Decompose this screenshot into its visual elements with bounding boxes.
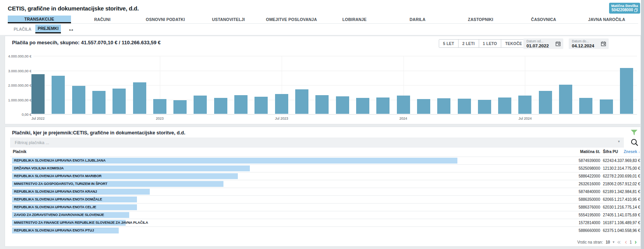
chart-bar-avg-2023[interactable] bbox=[295, 89, 308, 114]
chart-bar-okt-2023[interactable] bbox=[336, 96, 349, 114]
table-row[interactable]: REPUBLIKA SLOVENIJA UPRAVNA ENOTA LJUBLJ… bbox=[10, 157, 640, 164]
subtab-prejemki[interactable]: PREJEMKI bbox=[35, 24, 61, 33]
tab-javna-naro-ila[interactable]: JAVNA NAROČILA bbox=[575, 16, 639, 23]
table-row[interactable]: REPUBLIKA SLOVENIJA UPRAVNA ENOTA DOMŽAL… bbox=[10, 195, 640, 203]
chart-bar-maj-2023[interactable] bbox=[234, 95, 248, 114]
tab-transakcije[interactable]: TRANSAKCIJE bbox=[8, 16, 71, 23]
chart-bar-apr-2023[interactable] bbox=[214, 98, 227, 114]
rows-per-page-value[interactable]: 10 bbox=[606, 240, 610, 244]
chart-bar-avg-2022[interactable] bbox=[52, 76, 65, 114]
filter-funnel-icon[interactable] bbox=[630, 129, 638, 136]
range-button-2-leti[interactable]: 2 LETI bbox=[459, 40, 479, 47]
date-from-field[interactable]: Datum od... 01.07.2022 bbox=[523, 38, 563, 49]
tab-osnovni-podatki[interactable]: OSNOVNI PODATKI bbox=[134, 16, 197, 23]
payer-sifra-pu: 27405 bbox=[603, 211, 614, 219]
tab-asovnica[interactable]: ČASOVNICA bbox=[512, 16, 575, 23]
chart-bar-feb-2023[interactable] bbox=[173, 100, 187, 114]
payer-amount: 1.216.775,14 € bbox=[614, 204, 640, 211]
payer-amount: 2.314.775,00 € bbox=[614, 165, 640, 172]
y-tick-label: 3.000.000,00 € bbox=[6, 69, 31, 73]
search-icon[interactable] bbox=[630, 138, 639, 146]
next-page-icon[interactable]: › bbox=[635, 239, 637, 245]
table-row[interactable]: REPUBLIKA SLOVENIJA UPRAVNA ENOTA PTUJ58… bbox=[10, 226, 640, 234]
page-title: CETIS, grafične in dokumentacijske stori… bbox=[8, 5, 139, 12]
payer-sifra-pu: 62065 bbox=[603, 196, 614, 203]
tab-lobiranje[interactable]: LOBIRANJE bbox=[323, 16, 386, 23]
tab-omejitve-poslovanja[interactable]: OMEJITVE POSLOVANJA bbox=[260, 16, 323, 23]
chart-bar-sep-2024[interactable] bbox=[559, 85, 572, 114]
pagination: Vrstic na stran: 10 ▾ « ‹ 1 › bbox=[577, 238, 637, 246]
chart-bar-apr-2024[interactable] bbox=[458, 99, 471, 114]
current-page-number: 1 bbox=[630, 240, 632, 244]
previous-page-icon[interactable]: ‹ bbox=[625, 239, 627, 245]
chart-bar-jul-2023[interactable] bbox=[275, 94, 288, 114]
header: CETIS, grafične in dokumentacijske stori… bbox=[0, 0, 641, 35]
scrollbar[interactable] bbox=[641, 0, 644, 249]
chart-bar-jan-2023[interactable] bbox=[153, 99, 166, 114]
payer-name: REPUBLIKA SLOVENIJA UPRAVNA ENOTA LJUBLJ… bbox=[14, 157, 106, 164]
date-to-field[interactable]: Datum do... 04.12.2024 bbox=[569, 38, 609, 49]
chart-bar-nov-2024[interactable] bbox=[600, 99, 613, 114]
h-gridline bbox=[33, 71, 637, 71]
chart-bar-nov-2023[interactable] bbox=[356, 98, 369, 114]
payer-filter-input[interactable] bbox=[10, 138, 624, 148]
payer-maticna: 1572814000 bbox=[578, 219, 600, 226]
table-row[interactable]: ZAVOD ZA ZDRAVSTVENO ZAVAROVANJE SLOVENI… bbox=[10, 211, 640, 219]
table-row[interactable]: REPUBLIKA SLOVENIJA UPRAVNA ENOTA KRANJ5… bbox=[10, 188, 640, 195]
chart-bar-dec-2023[interactable] bbox=[376, 98, 390, 114]
badge-label: Matična številka bbox=[609, 4, 640, 8]
chart-bar-jan-2024[interactable] bbox=[397, 96, 410, 114]
chart-bar-sep-2023[interactable] bbox=[315, 95, 329, 114]
chart-bar-maj-2024[interactable] bbox=[478, 100, 491, 114]
payer-maticna: 5525098000 bbox=[578, 165, 600, 172]
rows-per-page-chevron-icon[interactable]: ▾ bbox=[613, 240, 615, 244]
range-button-1-leto[interactable]: 1 LETO bbox=[479, 40, 502, 47]
calendar-icon[interactable] bbox=[601, 41, 606, 46]
payers-title: Plačniki, kjer je prejemnik:CETIS, grafi… bbox=[12, 130, 185, 136]
chart-bar-dec-2024[interactable] bbox=[620, 68, 633, 114]
chevron-down-icon[interactable]: ▾ bbox=[618, 139, 620, 143]
y-tick-label: 0,00 € bbox=[6, 113, 31, 117]
tab-ra-uni[interactable]: RAČUNI bbox=[71, 16, 134, 23]
payer-sifra-pu: 16187 bbox=[603, 219, 614, 226]
chart-bar-jun-2023[interactable] bbox=[254, 97, 268, 114]
payer-amount: 1.141.075,69 € bbox=[614, 211, 640, 219]
chart-bar-feb-2024[interactable] bbox=[417, 99, 430, 114]
chart-bar-sep-2022[interactable] bbox=[72, 86, 85, 114]
table-row[interactable]: MINISTRSTVO ZA FINANCE UPRAVA REPUBLIKE … bbox=[10, 219, 640, 226]
rows-per-page-label: Vrstic na stran: bbox=[577, 240, 603, 244]
resize-horizontal-icon[interactable]: ↔ bbox=[68, 26, 74, 32]
copy-icon[interactable] bbox=[634, 8, 638, 12]
chart-bar-dec-2022[interactable] bbox=[133, 82, 146, 114]
chart-bar-jun-2024[interactable] bbox=[498, 98, 511, 114]
table-row[interactable]: REPUBLIKA SLOVENIJA UPRAVNA ENOTA CELJE5… bbox=[10, 203, 640, 211]
payer-sifra-pu: 62030 bbox=[603, 204, 614, 211]
tab-darila[interactable]: DARILA bbox=[386, 16, 449, 23]
date-to-value: 04.12.2024 bbox=[572, 43, 606, 49]
column-header-payer[interactable]: Plačnik bbox=[13, 150, 26, 154]
payer-name: ZAVOD ZA ZDRAVSTVENO ZAVAROVANJE SLOVENI… bbox=[14, 211, 104, 219]
first-page-icon[interactable]: « bbox=[617, 239, 620, 245]
table-row[interactable]: MINISTRSTVO ZA GOSPODARSTVO, TURIZEM IN … bbox=[10, 180, 640, 188]
chart-bar-jul-2022[interactable] bbox=[31, 74, 45, 114]
range-button-5-let[interactable]: 5 LET bbox=[439, 40, 459, 47]
table-row[interactable]: REPUBLIKA SLOVENIJA UPRAVNA ENOTA MARIBO… bbox=[10, 172, 640, 180]
subtab-pla-ila[interactable]: PLAČILA bbox=[10, 24, 35, 33]
calendar-icon[interactable] bbox=[556, 41, 561, 46]
column-header-znesek[interactable]: Znesek ↓ bbox=[624, 150, 640, 154]
tab-zastopniki[interactable]: ZASTOPNIKI bbox=[449, 16, 512, 23]
column-header-sifra[interactable]: Šifra PU bbox=[603, 150, 618, 154]
chart-bar-jul-2024[interactable] bbox=[518, 96, 531, 114]
payer-name: MINISTRSTVO ZA GOSPODARSTVO, TURIZEM IN … bbox=[14, 180, 107, 188]
table-header-row: Plačnik Matična št. Šifra PU Znesek ↓ bbox=[10, 150, 640, 157]
tab-ustanovitelji[interactable]: USTANOVITELJI bbox=[197, 16, 260, 23]
chart-bar-okt-2022[interactable] bbox=[92, 91, 106, 114]
chart-bar-okt-2024[interactable] bbox=[579, 98, 592, 114]
table-row[interactable]: DRŽAVNA VOLILNA KOMISIJA5525098000121302… bbox=[10, 164, 640, 172]
column-header-maticna[interactable]: Matična št. bbox=[580, 150, 600, 154]
chart-bar-avg-2024[interactable] bbox=[539, 91, 552, 114]
payer-name: REPUBLIKA SLOVENIJA UPRAVNA ENOTA PTUJ bbox=[14, 227, 94, 234]
chart-bar-mar-2023[interactable] bbox=[194, 96, 207, 114]
chart-bar-nov-2022[interactable] bbox=[113, 89, 126, 114]
chart-bar-mar-2024[interactable] bbox=[437, 98, 450, 114]
